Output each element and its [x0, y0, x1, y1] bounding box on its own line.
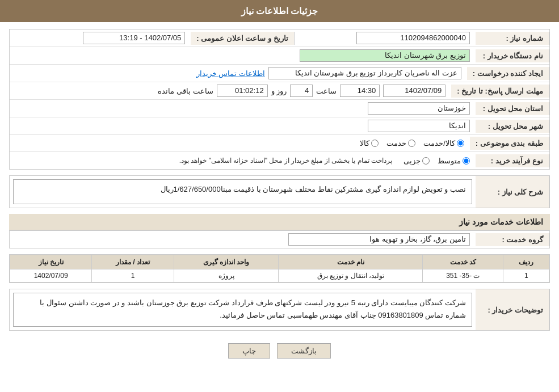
radio-input-kala[interactable]: [371, 140, 379, 147]
tosih-section: توضیحات خریدار : شرکت کنندگان میبایست دا…: [9, 289, 550, 331]
label-saat: ساعت: [316, 87, 337, 95]
col-codeKhedmat: کد خدمت: [422, 255, 503, 269]
print-button[interactable]: چاپ: [228, 343, 270, 359]
radio-input-khedmat[interactable]: [408, 140, 415, 147]
value-tosih: شرکت کنندگان میبایست دارای رتبه 5 نیرو و…: [10, 289, 476, 330]
col-nameKhedmat: نام خدمت: [279, 255, 423, 269]
cell-vahedAndaze: پروژه: [174, 269, 279, 283]
label-ijadKonande: ایجاد کننده درخواست :: [467, 67, 549, 80]
label-tosih: توضیحات خریدار :: [476, 289, 549, 330]
row-goroheKhedmat: گروه خدمت : تامین برق، گاز، بخار و تهویه…: [10, 231, 549, 248]
input-ostanTahvil[interactable]: خوزستان: [368, 102, 470, 115]
value-noefarayand: متوسط جزیی پرداخت تمام یا بخشی از مبلغ خ…: [10, 153, 476, 168]
input-publicDateTime[interactable]: 1402/07/05 - 13:19: [83, 32, 185, 44]
radio-kala-khedmat[interactable]: کالا/خدمت: [423, 139, 464, 147]
label-publicDateTime: تاریخ و ساعت اعلان عمومی :: [191, 32, 294, 45]
label-tabaqeBandi: طبقه بندی موضوعی :: [470, 137, 549, 150]
row-namDastgah: نام دستگاه خریدار : توزیع برق شهرستان ان…: [10, 47, 549, 65]
cell-radif: 1: [503, 269, 549, 283]
input-date[interactable]: 1402/07/09: [383, 85, 445, 97]
radio-input-motevaset[interactable]: [463, 157, 470, 165]
content-area: شماره نیاز : 1102094862000040 تاریخ و سا…: [0, 22, 559, 372]
input-tosih[interactable]: شرکت کنندگان میبایست دارای رتبه 5 نیرو و…: [13, 293, 472, 327]
notice-text: پرداخت تمام یا بخشی از مبلغ خریدار از مح…: [174, 155, 398, 166]
link-contactInfo[interactable]: اطلاعات تماس خریدار: [196, 69, 265, 78]
label-shahKoli: شرح کلی نیاز :: [476, 176, 549, 208]
row-shahrTahvil: شهر محل تحویل : اندیکا: [10, 117, 549, 135]
radiogroup-tabaqe: کالا/خدمت خدمت کالا: [15, 139, 464, 147]
value-shahrTahvil: اندیکا: [10, 117, 476, 134]
table-row: 1 ت -35- 351 تولید، انتقال و توزیع برق پ…: [10, 269, 549, 283]
label-namDastgah: نام دستگاه خریدار :: [476, 49, 549, 62]
input-days[interactable]: 4: [290, 85, 313, 97]
input-ijadKonande[interactable]: عزت اله ناصریان کاربرداز توزیع برق شهرست…: [268, 67, 461, 79]
value-ijadKonande: عزت اله ناصریان کاربرداز توزیع برق شهرست…: [10, 65, 467, 82]
button-row: بازگشت چاپ: [9, 336, 550, 365]
label-shahrTahvil: شهر محل تحویل :: [476, 120, 549, 133]
services-table: ردیف کد خدمت نام خدمت واحد اندازه گیری ت…: [10, 255, 549, 283]
input-shahKoli[interactable]: نصب و تعویض لوازم اندازه گیری مشترکین نق…: [13, 179, 472, 204]
row-ostanTahvil: استان محل تحویل : خوزستان: [10, 100, 549, 117]
row-mohlatErsal: مهلت ارسال پاسخ: تا تاریخ : ساعت باقی ما…: [10, 82, 549, 100]
label-mohlatErsal: مهلت ارسال پاسخ: تا تاریخ :: [451, 85, 549, 98]
value-mohlatErsal: ساعت باقی مانده 01:02:12 روز و 4 ساعت 14…: [10, 82, 451, 99]
cell-nameKhedmat: تولید، انتقال و توزیع برق: [279, 269, 423, 283]
col-radif: ردیف: [503, 255, 549, 269]
table-section: ردیف کد خدمت نام خدمت واحد اندازه گیری ت…: [9, 254, 550, 283]
cell-tarikh: 1402/07/09: [10, 269, 92, 283]
col-tedad: تعداد / مقدار: [92, 255, 174, 269]
label-shomareNiaz: شماره نیاز :: [476, 32, 549, 45]
cell-codeKhedmat: ت -35- 351: [422, 269, 503, 283]
page-header: جزئیات اطلاعات نیاز: [0, 0, 559, 22]
shahKoli-section: شرح کلی نیاز : نصب و تعویض لوازم اندازه …: [9, 175, 550, 208]
row-shomareNiaz: شماره نیاز : 1102094862000040 تاریخ و سا…: [10, 29, 549, 47]
page-container: جزئیات اطلاعات نیاز شماره نیاز : 1102094…: [0, 0, 559, 392]
input-time[interactable]: 14:30: [340, 85, 380, 97]
label-saatMande: ساعت باقی مانده: [158, 87, 213, 95]
value-namDastgah: توزیع برق شهرستان اندیکا: [10, 47, 476, 64]
input-namDastgah[interactable]: توزیع برق شهرستان اندیکا: [300, 49, 470, 62]
value-shomareNiaz: 1102094862000040: [295, 29, 476, 47]
radio-khedmat[interactable]: خدمت: [386, 139, 415, 147]
khadamat-form: گروه خدمت : تامین برق، گاز، بخار و تهویه…: [9, 230, 550, 248]
value-ostanTahvil: خوزستان: [10, 100, 476, 117]
input-shomareNiaz[interactable]: 1102094862000040: [356, 32, 470, 44]
main-form-section: شماره نیاز : 1102094862000040 تاریخ و سا…: [9, 29, 550, 170]
value-goroheKhedmat: تامین برق، گاز، بخار و تهویه هوا: [10, 231, 476, 248]
value-tabaqeBandi: کالا/خدمت خدمت کالا: [10, 137, 470, 150]
label-noefarayand: نوع فرآیند خرید :: [476, 154, 549, 167]
col-vahedAndaze: واحد اندازه گیری: [174, 255, 279, 269]
row-noefarayand: نوع فرآیند خرید : متوسط جزیی: [10, 152, 549, 169]
page-title: جزئیات اطلاعات نیاز: [241, 6, 318, 16]
radio-input-kala-khedmat[interactable]: [457, 140, 464, 147]
back-button[interactable]: بازگشت: [277, 343, 331, 359]
radio-jozi[interactable]: جزیی: [404, 157, 430, 165]
col-tarikh: تاریخ نیاز: [10, 255, 92, 269]
label-roz: روز و: [271, 87, 287, 95]
radio-kala[interactable]: کالا: [360, 139, 379, 147]
table-header-row: ردیف کد خدمت نام خدمت واحد اندازه گیری ت…: [10, 255, 549, 269]
row-tabaqeBandi: طبقه بندی موضوعی : کالا/خدمت خدمت: [10, 135, 549, 152]
value-publicDateTime: 1402/07/05 - 13:19: [10, 29, 191, 47]
radio-input-jozi[interactable]: [422, 157, 430, 165]
label-goroheKhedmat: گروه خدمت :: [476, 233, 549, 246]
radiogroup-noe: متوسط جزیی: [404, 157, 470, 165]
label-ostanTahvil: استان محل تحویل :: [476, 102, 549, 115]
cell-tedad: 1: [92, 269, 174, 283]
table-head: ردیف کد خدمت نام خدمت واحد اندازه گیری ت…: [10, 255, 549, 269]
input-goroheKhedmat[interactable]: تامین برق، گاز، بخار و تهویه هوا: [288, 233, 470, 246]
radio-motevaset[interactable]: متوسط: [438, 157, 470, 165]
row-ijadKonande: ایجاد کننده درخواست : عزت اله ناصریان کا…: [10, 65, 549, 82]
input-shahrTahvil[interactable]: اندیکا: [368, 120, 470, 132]
table-body: 1 ت -35- 351 تولید، انتقال و توزیع برق پ…: [10, 269, 549, 283]
khadamat-section-title: اطلاعات خدمات مورد نیاز: [9, 214, 550, 230]
value-shahKoli: نصب و تعویض لوازم اندازه گیری مشترکین نق…: [10, 176, 476, 208]
input-remaining[interactable]: 01:02:12: [217, 85, 268, 97]
